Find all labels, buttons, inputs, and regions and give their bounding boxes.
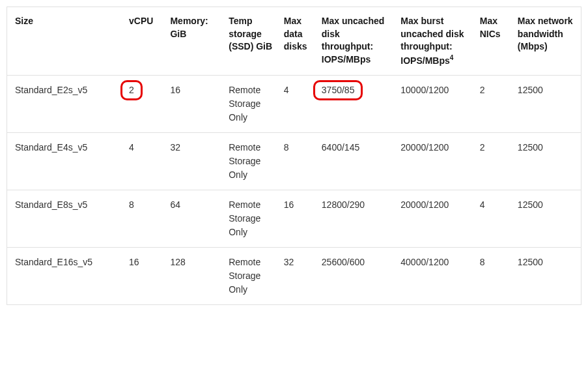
cell-vcpu: 4 [124,133,165,190]
cell-burst: 20000/1200 [395,133,474,190]
col-header-memory: Memory: GiB [165,7,223,76]
table-row: Standard_E2s_v5 2 16 Remote Storage Only… [7,76,581,133]
cell-disks: 8 [279,133,316,190]
cell-uncached: 3750/85 [316,76,395,133]
table-row: Standard_E8s_v5 8 64 Remote Storage Only… [7,190,581,248]
col-header-vcpu: vCPU [124,7,165,76]
vm-size-table: Size vCPU Memory: GiB Temp storage (SSD)… [7,7,581,305]
cell-memory: 64 [165,190,223,248]
cell-bw: 12500 [512,248,581,305]
table-header-row: Size vCPU Memory: GiB Temp storage (SSD)… [7,7,581,76]
table-row: Standard_E16s_v5 16 128 Remote Storage O… [7,248,581,305]
col-header-bw: Max network bandwidth (Mbps) [512,7,581,76]
cell-disks: 16 [279,190,316,248]
highlight-vcpu: 2 [120,80,143,100]
cell-memory: 32 [165,133,223,190]
cell-size: Standard_E4s_v5 [7,133,124,190]
cell-burst: 10000/1200 [395,76,474,133]
cell-bw: 12500 [512,76,581,133]
cell-size: Standard_E16s_v5 [7,248,124,305]
cell-temp: Remote Storage Only [223,248,279,305]
cell-temp: Remote Storage Only [223,76,279,133]
cell-vcpu: 2 [124,76,165,133]
cell-temp: Remote Storage Only [223,133,279,190]
cell-uncached: 6400/145 [316,133,395,190]
col-header-disks: Max data disks [279,7,316,76]
col-header-size: Size [7,7,124,76]
cell-uncached: 12800/290 [316,190,395,248]
col-header-uncached: Max uncached disk throughput: IOPS/MBps [316,7,395,76]
cell-temp: Remote Storage Only [223,190,279,248]
cell-size: Standard_E8s_v5 [7,190,124,248]
cell-nics: 2 [475,76,512,133]
cell-memory: 128 [165,248,223,305]
cell-disks: 32 [279,248,316,305]
cell-uncached: 25600/600 [316,248,395,305]
cell-nics: 4 [475,190,512,248]
cell-burst: 20000/1200 [395,190,474,248]
cell-vcpu: 8 [124,190,165,248]
cell-bw: 12500 [512,133,581,190]
cell-vcpu: 16 [124,248,165,305]
cell-burst: 40000/1200 [395,248,474,305]
highlight-uncached: 3750/85 [313,80,363,100]
table-row: Standard_E4s_v5 4 32 Remote Storage Only… [7,133,581,190]
col-header-nics: Max NICs [475,7,512,76]
cell-nics: 8 [475,248,512,305]
cell-size: Standard_E2s_v5 [7,76,124,133]
cell-bw: 12500 [512,190,581,248]
col-header-burst: Max burst uncached disk throughput: IOPS… [395,7,474,76]
cell-disks: 4 [279,76,316,133]
cell-nics: 2 [475,133,512,190]
cell-memory: 16 [165,76,223,133]
col-header-temp: Temp storage (SSD) GiB [223,7,279,76]
